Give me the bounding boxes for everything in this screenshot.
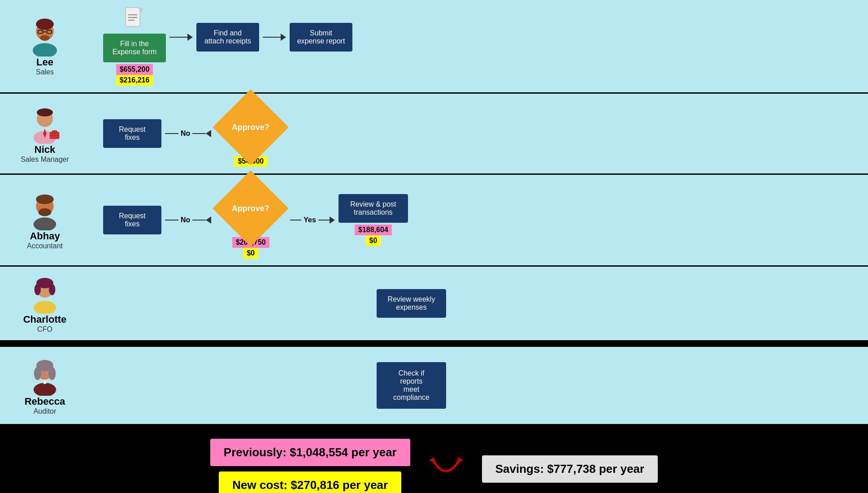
persona-rebecca: Rebecca Auditor (9, 355, 81, 415)
fill-expense-node: Fill in the Expense form $655,200 $216,2… (103, 34, 166, 86)
review-weekly-box[interactable]: Review weekly expenses (377, 289, 446, 318)
svg-point-26 (35, 284, 41, 295)
avatar-nick (25, 104, 65, 144)
summary-new-cost: New cost: $270,816 per year (219, 471, 401, 493)
document-icon (125, 7, 144, 32)
fill-expense-box[interactable]: Fill in the Expense form (103, 34, 166, 62)
persona-nick: Nick Sales Manager (9, 104, 81, 164)
submit-report-box[interactable]: Submit expense report (290, 23, 352, 52)
summary-savings: Savings: $777,738 per year (482, 455, 658, 483)
request-fixes-abhay-node: Request fixes (103, 206, 161, 234)
swimlane-nick: Nick Sales Manager Request fixes No (0, 94, 868, 175)
svg-point-6 (40, 35, 50, 41)
swimlane-charlotte: Charlotte CFO Review weekly expenses (0, 267, 868, 342)
persona-name-abhay: Abhay (30, 230, 60, 242)
check-compliance-wrapper: Check if reports meet compliance (377, 362, 446, 409)
review-post-costs: $188,604 $0 (355, 225, 392, 246)
swimlane-rebecca: Rebecca Auditor Check if reports meet co… (0, 347, 868, 425)
nick-flow: Request fixes No Approve? $54,600 (103, 100, 859, 167)
request-fixes-nick-node: Request fixes (103, 119, 161, 148)
persona-role-charlotte: CFO (37, 325, 52, 333)
summary-previously: Previously: $1,048,554 per year (210, 439, 410, 466)
find-receipts-box[interactable]: Find and attach receipts (196, 23, 259, 52)
arrow-abhay-no: No (165, 216, 211, 224)
persona-role-abhay: Accountant (27, 242, 63, 250)
svg-point-22 (39, 208, 52, 216)
approve-nick-diamond: Approve? (213, 89, 289, 165)
review-post-node: Review & post transactions $188,604 $0 (339, 194, 408, 246)
svg-point-19 (34, 217, 56, 230)
find-receipts-node: Find and attach receipts (196, 23, 259, 52)
svg-rect-17 (52, 130, 57, 133)
approve-abhay-node: Approve? $204,750 $0 (215, 182, 286, 259)
approve-abhay-diamond: Approve? (213, 170, 289, 246)
fill-expense-costs: $655,200 $216,216 (116, 64, 153, 86)
rebecca-flow: Check if reports meet compliance (103, 356, 859, 415)
request-fixes-abhay-box[interactable]: Request fixes (103, 206, 161, 234)
persona-name-nick: Nick (35, 144, 55, 156)
svg-point-27 (49, 284, 55, 295)
red-arrow-icon (428, 451, 464, 487)
persona-role-rebecca: Auditor (34, 407, 56, 415)
persona-name-rebecca: Rebecca (25, 396, 65, 407)
charlotte-flow: Review weekly expenses (103, 274, 859, 333)
persona-abhay: Abhay Accountant (9, 190, 81, 250)
avatar-charlotte (25, 273, 65, 314)
abhay-flow: Request fixes No Approve? $204,750 $0 (103, 182, 859, 259)
svg-point-28 (34, 383, 56, 396)
persona-name-charlotte: Charlotte (23, 314, 67, 325)
arrow-lee-2 (263, 34, 286, 41)
approve-nick-node: Approve? $54,600 (215, 100, 286, 167)
submit-report-node: Submit expense report (290, 23, 352, 52)
summary-costs: Previously: $1,048,554 per year New cost… (210, 439, 410, 493)
arrow-abhay-yes: Yes (290, 216, 335, 224)
svg-point-21 (36, 195, 54, 204)
summary-row: Previously: $1,048,554 per year New cost… (0, 425, 868, 493)
swimlane-abhay: Abhay Accountant Request fixes No App (0, 175, 868, 267)
svg-point-23 (34, 301, 56, 314)
persona-role-lee: Sales (36, 68, 54, 76)
review-post-box[interactable]: Review & post transactions (339, 194, 408, 223)
arrow-lee-1 (169, 34, 193, 41)
svg-point-31 (34, 367, 41, 380)
check-compliance-box[interactable]: Check if reports meet compliance (377, 362, 446, 409)
avatar-rebecca (25, 355, 65, 396)
persona-lee: Lee Sales (9, 16, 81, 76)
request-fixes-nick-box[interactable]: Request fixes (103, 119, 161, 148)
swimlane-lee: Lee Sales Fill i (0, 0, 868, 94)
avatar-lee (25, 16, 65, 56)
persona-role-nick: Sales Manager (21, 156, 69, 164)
svg-point-0 (33, 43, 57, 56)
persona-name-lee: Lee (36, 56, 53, 68)
svg-point-2 (36, 18, 54, 30)
svg-point-15 (37, 108, 53, 117)
review-weekly-node: Review weekly expenses (377, 289, 446, 318)
arrow-nick-no: No (165, 130, 211, 138)
review-weekly-wrapper: Review weekly expenses (377, 289, 446, 318)
persona-charlotte: Charlotte CFO (9, 273, 81, 333)
svg-point-32 (48, 367, 56, 380)
separator (0, 342, 868, 347)
svg-point-33 (43, 381, 46, 384)
lee-flow: Fill in the Expense form $655,200 $216,2… (103, 7, 859, 86)
avatar-abhay (25, 190, 65, 230)
check-compliance-node: Check if reports meet compliance (377, 362, 446, 409)
